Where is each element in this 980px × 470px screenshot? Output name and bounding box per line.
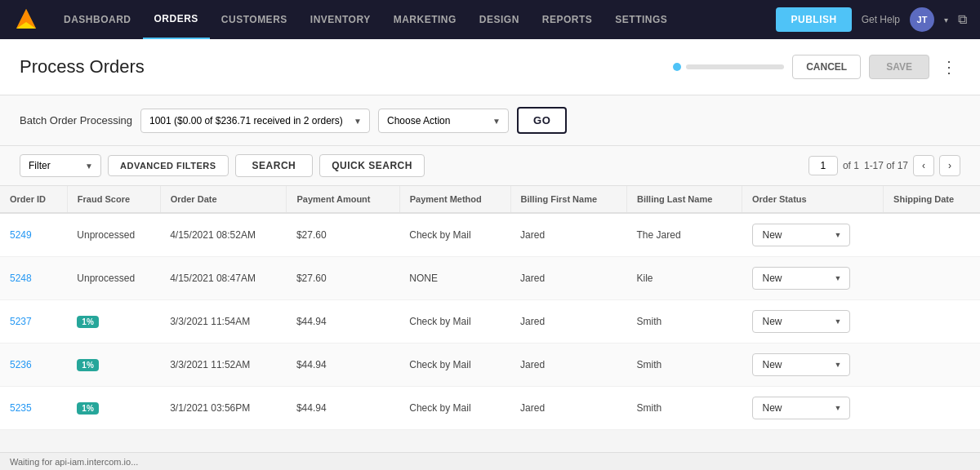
search-button[interactable]: SEARCH [235,154,314,177]
status-select-wrapper: NewProcessingShippedCompletedCancelled [752,224,850,246]
action-select-wrapper: Choose Action [378,109,509,133]
fraud-score-cell: 1% [67,300,160,344]
billing-last-name-cell: Smith [627,344,742,387]
payment-method-cell: Check by Mail [399,344,510,387]
payment-amount-cell: $27.60 [287,257,399,300]
order-id-link[interactable]: 5235 [10,402,32,414]
order-status-cell: NewProcessingShippedCompletedCancelled [742,213,884,257]
filter-select[interactable]: Filter [20,154,101,177]
order-status-select[interactable]: NewProcessingShippedCompletedCancelled [752,224,850,246]
order-status-cell: NewProcessingShippedCompletedCancelled [742,387,884,430]
shipping-date-cell [884,387,980,430]
fraud-score-cell: Unprocessed [67,257,160,300]
order-date-cell: 3/1/2021 03:56PM [160,387,287,430]
shipping-date-cell [884,213,980,257]
status-select-wrapper: NewProcessingShippedCompletedCancelled [752,310,850,333]
fraud-badge: 1% [77,402,98,415]
col-header-order-date: Order Date [160,186,287,213]
batch-label: Batch Order Processing [20,114,132,126]
filter-select-wrapper: Filter [20,154,101,177]
table-row: 5248Unprocessed4/15/2021 08:47AM$27.60NO… [0,257,980,300]
billing-first-name-cell: Jared [510,257,626,300]
nav-item-reports[interactable]: REPORTS [531,0,604,39]
order-status-cell: NewProcessingShippedCompletedCancelled [742,344,884,387]
cancel-button[interactable]: CANCEL [792,55,861,79]
order-id-link[interactable]: 5236 [10,359,32,370]
payment-amount-cell: $27.60 [287,213,399,257]
nav-items: DASHBOARDORDERSCUSTOMERSINVENTORYMARKETI… [52,0,776,39]
status-select-wrapper: NewProcessingShippedCompletedCancelled [752,267,850,290]
billing-first-name-cell: Jared [510,344,626,387]
order-id-link[interactable]: 5249 [10,229,32,241]
col-header-shipping-date: Shipping Date [884,186,980,213]
filter-row: Filter ADVANCED FILTERS SEARCH QUICK SEA… [0,146,980,186]
billing-first-name-cell: Jared [510,300,626,344]
next-page-button[interactable]: › [939,155,960,176]
save-button[interactable]: SAVE [869,55,929,79]
go-button[interactable]: GO [517,107,567,134]
table-body: 5249Unprocessed4/15/2021 08:52AM$27.60Ch… [0,213,980,430]
advanced-filters-button[interactable]: ADVANCED FILTERS [108,155,229,176]
status-select-wrapper: NewProcessingShippedCompletedCancelled [752,397,850,419]
more-options-icon[interactable]: ⋮ [938,54,960,80]
table-container: Order IDFraud ScoreOrder DatePayment Amo… [0,186,980,430]
status-select-wrapper: NewProcessingShippedCompletedCancelled [752,353,850,376]
col-header-payment-method: Payment Method [399,186,510,213]
quick-search-button[interactable]: QUICK SEARCH [319,154,425,177]
col-header-fraud-score: Fraud Score [67,186,160,213]
billing-first-name-cell: Jared [510,213,626,257]
batch-select-wrapper: 1001 ($0.00 of $236.71 received in 2 ord… [140,109,370,133]
payment-method-cell: Check by Mail [399,300,510,344]
billing-last-name-cell: Smith [627,387,742,430]
payment-amount-cell: $44.94 [287,387,399,430]
nav-item-marketing[interactable]: MARKETING [382,0,468,39]
payment-amount-cell: $44.94 [287,344,399,387]
nav-item-inventory[interactable]: INVENTORY [299,0,382,39]
publish-button[interactable]: PUBLISH [776,7,851,32]
col-header-billing-last-name: Billing Last Name [627,186,742,213]
page-range: 1-17 of 17 [864,160,908,171]
nav-item-orders[interactable]: ORDERS [143,0,210,39]
progress-dot [673,63,681,71]
table-row: 5249Unprocessed4/15/2021 08:52AM$27.60Ch… [0,213,980,257]
billing-last-name-cell: Smith [627,300,742,344]
col-header-payment-amount: Payment Amount [287,186,399,213]
shipping-date-cell [884,300,980,344]
order-id-link[interactable]: 5237 [10,316,32,327]
user-menu-chevron[interactable]: ▾ [944,16,948,24]
toolbar: Batch Order Processing 1001 ($0.00 of $2… [0,95,980,146]
user-avatar[interactable]: JT [910,7,934,32]
action-select[interactable]: Choose Action [378,109,509,133]
nav-item-customers[interactable]: CUSTOMERS [210,0,299,39]
nav-item-settings[interactable]: SETTINGS [604,0,679,39]
billing-last-name-cell: Kile [627,257,742,300]
prev-page-button[interactable]: ‹ [913,155,934,176]
fraud-score-cell: 1% [67,344,160,387]
logo[interactable] [13,6,52,34]
billing-first-name-cell: Jared [510,387,626,430]
order-status-select[interactable]: NewProcessingShippedCompletedCancelled [752,267,850,290]
progress-bar [673,63,784,71]
fraud-score-cell: 1% [67,387,160,430]
progress-track [686,64,784,69]
nav-item-dashboard[interactable]: DASHBOARD [52,0,143,39]
order-status-select[interactable]: NewProcessingShippedCompletedCancelled [752,310,850,333]
external-link-icon[interactable]: ⧉ [958,12,967,27]
get-help-link[interactable]: Get Help [862,14,900,25]
batch-select[interactable]: 1001 ($0.00 of $236.71 received in 2 ord… [140,109,370,133]
nav-item-design[interactable]: DESIGN [468,0,531,39]
table-row: 52371%3/3/2021 11:54AM$44.94Check by Mai… [0,300,980,344]
order-id-link[interactable]: 5248 [10,273,32,284]
table-row: 52361%3/3/2021 11:52AM$44.94Check by Mai… [0,344,980,387]
order-status-select[interactable]: NewProcessingShippedCompletedCancelled [752,397,850,419]
fraud-score-cell: Unprocessed [67,213,160,257]
page-number-input[interactable] [808,156,838,175]
order-date-cell: 3/3/2021 11:54AM [160,300,287,344]
pagination: of 1 1-17 of 17 ‹ › [808,155,960,176]
top-nav: DASHBOARDORDERSCUSTOMERSINVENTORYMARKETI… [0,0,980,39]
fraud-badge: 1% [77,359,98,371]
order-status-select[interactable]: NewProcessingShippedCompletedCancelled [752,353,850,376]
payment-method-cell: Check by Mail [399,387,510,430]
fraud-badge: 1% [77,316,98,328]
order-date-cell: 3/3/2021 11:52AM [160,344,287,387]
